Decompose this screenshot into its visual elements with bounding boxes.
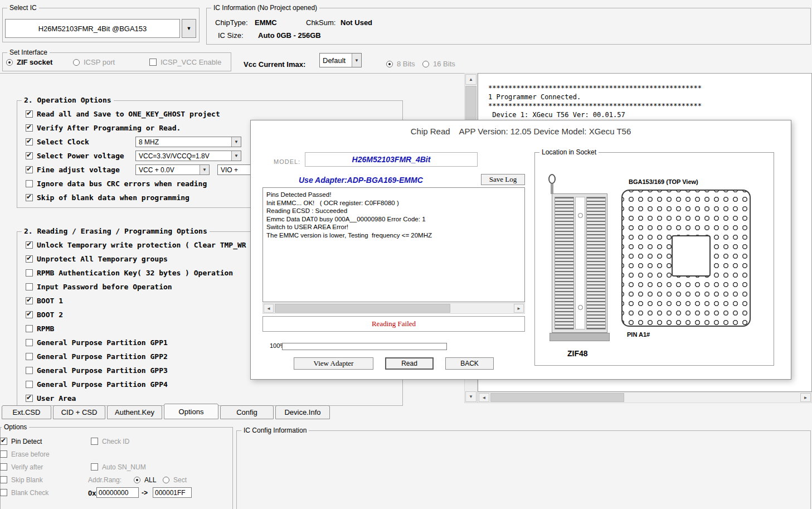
addr-all-radio[interactable] <box>134 477 140 483</box>
checkbox[interactable] <box>26 367 33 374</box>
clock-select-value: 8 MHZ <box>136 138 231 147</box>
option-row-fine-adjust[interactable]: Fine adjust voltage <box>26 165 120 174</box>
checkbox[interactable] <box>26 138 33 146</box>
rw-row-unprotect[interactable]: Unprotect All Temporary groups <box>26 254 168 264</box>
view-adapter-button[interactable]: View Adapter <box>294 357 373 370</box>
option-row-read-all[interactable]: Read all and Save to ONE_KEY_GHOST proje… <box>26 109 220 119</box>
option-row-select-clock[interactable]: Select Clock <box>26 137 89 147</box>
option-row-select-power[interactable]: Select Power voltage <box>26 151 124 161</box>
checkbox[interactable] <box>26 255 33 263</box>
checkbox[interactable] <box>26 194 33 201</box>
bits-16-option[interactable]: 16 Bits <box>422 59 455 69</box>
vcc-adjust-select[interactable]: VCC + 0.0V ▼ <box>135 164 210 175</box>
skip-blank-option[interactable]: Skip Blank <box>0 475 43 484</box>
checkbox[interactable] <box>26 269 33 277</box>
icsp-port-radio[interactable] <box>73 59 80 66</box>
dialog-hscroll-thumb[interactable] <box>275 304 450 313</box>
rw-row-boot2[interactable]: BOOT 2 <box>26 310 63 319</box>
checkbox[interactable] <box>26 124 33 132</box>
power-voltage-select[interactable]: VCC=3.3V/VCCQ=1.8V ▼ <box>135 151 241 161</box>
read-button[interactable]: Read <box>385 357 434 370</box>
dialog-log-box[interactable]: Pins Detected Passed! Init EMMC... OK! (… <box>262 187 525 302</box>
zif-socket-option[interactable]: ZIF socket <box>6 57 52 67</box>
blank-check-checkbox[interactable] <box>0 489 7 496</box>
device-log-line: ****************************************… <box>488 84 811 93</box>
tab-ext-csd[interactable]: Ext.CSD <box>2 405 51 419</box>
addr-sect-radio[interactable] <box>163 477 169 483</box>
pin-detect-checkbox[interactable] <box>0 438 7 445</box>
vertical-scrollbar-thumb[interactable] <box>465 86 476 125</box>
rw-row-unlock-tmp[interactable]: Unlock Temporary write protection ( Clea… <box>26 240 246 250</box>
log-horizontal-scrollbar[interactable]: ◄ ► <box>478 392 812 403</box>
auto-sn-checkbox[interactable] <box>91 463 98 471</box>
clock-select[interactable]: 8 MHZ ▼ <box>135 137 241 147</box>
back-button[interactable]: BACK <box>445 357 494 370</box>
tab-options[interactable]: Options <box>164 404 218 419</box>
pin-detect-option[interactable]: Pin Detect <box>0 437 42 446</box>
verify-after-checkbox[interactable] <box>0 463 7 471</box>
checkbox[interactable] <box>26 353 33 360</box>
check-id-option[interactable]: Check ID <box>91 437 129 446</box>
rw-row-boot1[interactable]: BOOT 1 <box>26 296 63 306</box>
zif-socket-radio[interactable] <box>6 59 13 66</box>
option-row-skip-blank[interactable]: Skip of blank data when programming <box>26 193 189 202</box>
check-id-checkbox[interactable] <box>91 438 98 445</box>
checkbox[interactable] <box>26 339 33 346</box>
scroll-right-icon[interactable]: ► <box>800 393 811 402</box>
dialog-horizontal-scrollbar[interactable]: ◄ ► <box>262 303 525 314</box>
checkbox[interactable] <box>26 297 33 304</box>
checkbox[interactable] <box>26 395 33 402</box>
verify-after-option[interactable]: Verify after <box>0 462 43 472</box>
rw-row-gpp2[interactable]: General Purpose Partition GPP2 <box>26 352 168 361</box>
tab-device-info[interactable]: Device.Info <box>275 405 330 419</box>
option-label: Unprotect All Temporary groups <box>37 255 168 263</box>
addr-all-option[interactable]: ALL <box>134 475 156 484</box>
bits-16-radio[interactable] <box>422 61 429 67</box>
save-log-button[interactable]: Save Log <box>481 174 525 185</box>
log-hscroll-thumb[interactable] <box>490 393 624 402</box>
scroll-right-icon[interactable]: ► <box>514 304 524 313</box>
icsp-port-option[interactable]: ICSP port <box>73 57 115 67</box>
scroll-up-icon[interactable]: ▲ <box>465 74 476 85</box>
tab-config[interactable]: Config <box>220 405 274 419</box>
checkbox[interactable] <box>26 325 33 332</box>
rw-row-gpp3[interactable]: General Purpose Partition GPP3 <box>26 366 168 375</box>
checkbox[interactable] <box>26 241 33 249</box>
tab-authent-key[interactable]: Authent.Key <box>107 405 162 419</box>
checkbox[interactable] <box>26 311 33 318</box>
auto-sn-option[interactable]: Auto SN_NUM <box>91 462 146 472</box>
tab-cid-csd[interactable]: CID + CSD <box>53 405 105 419</box>
checkbox[interactable] <box>26 166 33 173</box>
bits-8-radio[interactable] <box>386 61 393 67</box>
rw-row-rpmb[interactable]: RPMB <box>26 324 54 333</box>
addr-sect-option[interactable]: Sect <box>163 475 187 484</box>
ic-select-dropdown-button[interactable]: ▼ <box>182 19 196 38</box>
checkbox[interactable] <box>26 110 33 118</box>
option-row-ignore-crc[interactable]: Ignore data bus CRC errors when reading <box>26 179 207 188</box>
scroll-left-icon[interactable]: ◄ <box>264 304 274 313</box>
checkbox[interactable] <box>26 381 33 388</box>
addr-to-input[interactable] <box>153 487 192 498</box>
checkbox[interactable] <box>26 152 33 159</box>
option-row-verify-after[interactable]: Verify After Programming or Read. <box>26 123 181 133</box>
icsp-vcc-checkbox[interactable] <box>149 59 157 66</box>
vcc-current-select[interactable]: Default ▼ <box>319 53 362 67</box>
rw-row-rpmb-key[interactable]: RPMB Authentication Key( 32 bytes ) Oper… <box>26 268 233 278</box>
erase-before-option[interactable]: Erase before <box>0 449 50 459</box>
addr-from-input[interactable] <box>96 487 139 498</box>
blank-check-option[interactable]: Blank Check <box>0 488 48 497</box>
checkbox[interactable] <box>26 283 33 290</box>
rw-row-user-area[interactable]: User Area <box>26 394 76 403</box>
bits-8-option[interactable]: 8 Bits <box>386 59 415 69</box>
checkbox[interactable] <box>26 180 33 187</box>
rw-row-password[interactable]: Input Password before Operation <box>26 282 172 292</box>
erase-before-checkbox[interactable] <box>0 450 7 458</box>
icsp-vcc-option[interactable]: ICSP_VCC Enable <box>149 57 221 67</box>
scroll-left-icon[interactable]: ◄ <box>479 393 489 402</box>
scroll-down-icon[interactable]: ▼ <box>465 391 476 402</box>
ic-select-combobox[interactable]: H26M52103FMR_4Bit @BGA153 <box>5 19 180 38</box>
rw-row-gpp4[interactable]: General Purpose Partition GPP4 <box>26 380 168 389</box>
option-label: User Area <box>37 394 76 403</box>
rw-row-gpp1[interactable]: General Purpose Partition GPP1 <box>26 338 168 347</box>
skip-blank-checkbox[interactable] <box>0 476 7 483</box>
